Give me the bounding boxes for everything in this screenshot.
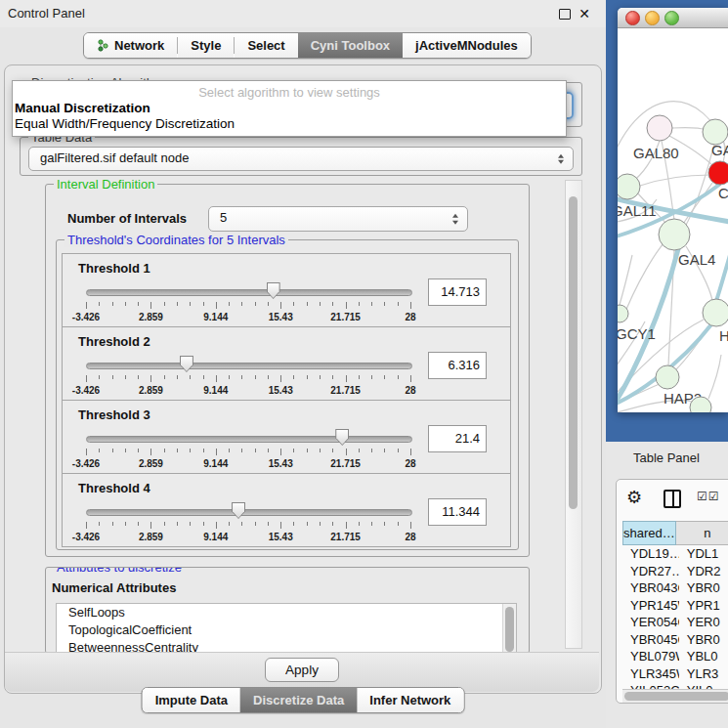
tab-style[interactable]: Style [178, 33, 234, 58]
table-data-combobox[interactable]: galFiltered.sif default node [28, 147, 574, 171]
control-panel-titlebar: Control Panel ✕ [0, 0, 606, 27]
table-row[interactable]: YBR043CYBR0 [622, 579, 728, 597]
network-node[interactable] [659, 219, 690, 250]
table-cell: YDR27… [622, 563, 679, 580]
table-row[interactable]: YLR345WYLR3 [622, 665, 728, 683]
tab-label: Network [114, 38, 164, 53]
table-row[interactable]: YBL079WYBL0 [622, 648, 728, 665]
slider-thumb[interactable] [180, 356, 193, 372]
tab-label: Select [247, 38, 284, 53]
table-row[interactable]: YBR045CYBR0 [622, 631, 728, 649]
network-graph: GAL80GACGAL11GAL4GCY1HHAP2 [618, 28, 728, 412]
minimize-traffic-light-icon[interactable] [645, 11, 660, 25]
bottom-tab-impute-data[interactable]: Impute Data [143, 688, 240, 712]
table-row[interactable]: YDL19…YDL1 [622, 545, 728, 563]
slider-track[interactable] [86, 289, 412, 296]
threshold-label: Threshold 2 [78, 334, 150, 349]
network-edge [640, 175, 710, 186]
threshold-value-field[interactable]: 11.344 [428, 498, 487, 526]
threshold-value-field[interactable]: 21.4 [428, 425, 487, 452]
gear-icon[interactable]: ⚙ [626, 487, 642, 508]
threshold-value-field[interactable]: 14.713 [428, 278, 487, 306]
table-cell: YPR145W [622, 597, 679, 615]
table-panel: Table Panel ⚙ ☑☑ shared… n YDL19…YDL1YDR… [606, 442, 728, 728]
attribute-list-item[interactable]: SelfLoops [57, 604, 516, 621]
settings-scrollbar-thumb[interactable] [569, 196, 578, 509]
tab-network[interactable]: Network [84, 33, 177, 58]
network-node-label: GAL11 [618, 202, 657, 219]
table-body: YDL19…YDL1YDR27…YDR2YBR043CYBR0YPR145WYP… [622, 545, 728, 691]
slider-track[interactable] [86, 509, 412, 516]
slider-thumb[interactable] [232, 502, 245, 519]
attribute-list-item[interactable]: TopologicalCoefficient [57, 621, 516, 639]
network-window-titlebar [618, 8, 728, 28]
threshold-label: Threshold 4 [78, 481, 150, 495]
threshold-slider[interactable]: -3.4262.8599.14415.4321.71528 [86, 428, 410, 471]
tab-label: Infer Network [369, 693, 450, 707]
algorithm-dropdown-popup: Select algorithm to view settings Manual… [12, 80, 567, 137]
attribute-items: SelfLoopsTopologicalCoefficientBetweenne… [57, 604, 516, 654]
threshold-value-field[interactable]: 6.316 [428, 352, 487, 379]
interval-definition-group-title: Interval Definition [54, 177, 157, 192]
checkbox-icons[interactable]: ☑☑ [697, 490, 720, 503]
control-panel: Control Panel ✕ NetworkStyleSelectCyni T… [0, 0, 606, 728]
slider-track[interactable] [86, 363, 412, 369]
column-header-shared-name[interactable]: shared… [622, 521, 676, 545]
network-node-label: H [719, 327, 728, 344]
threshold-slider[interactable]: -3.4262.8599.14415.4321.71528 [86, 355, 410, 398]
close-traffic-light-icon[interactable] [625, 11, 640, 25]
table-horizontal-scrollbar[interactable] [622, 689, 728, 703]
network-node[interactable] [708, 161, 728, 185]
algorithm-option-manual[interactable]: Manual Discretization [13, 101, 566, 116]
slider-track[interactable] [86, 436, 412, 443]
network-node[interactable] [647, 115, 672, 141]
table-hscroll-thumb[interactable] [624, 692, 728, 701]
tab-select[interactable]: Select [235, 33, 297, 58]
threshold-slider[interactable]: -3.4262.8599.14415.4321.71528 [86, 281, 410, 324]
close-icon[interactable]: ✕ [578, 5, 590, 22]
tab-label: jActiveMNodules [415, 38, 518, 53]
apply-button[interactable]: Apply [265, 658, 339, 682]
attributes-scrollbar[interactable] [502, 604, 516, 654]
slider-thumb[interactable] [335, 429, 349, 446]
attributes-group-title: Attributes to discretize [54, 567, 185, 575]
table-row[interactable]: YDR27…YDR2 [622, 563, 728, 580]
slider-ticks [86, 375, 410, 383]
network-node[interactable] [618, 174, 640, 199]
table-panel-box: ⚙ ☑☑ shared… n YDL19…YDL1YDR27…YDR2YBR04… [616, 479, 728, 704]
number-of-intervals-combobox[interactable]: 5 [208, 206, 468, 232]
column-header-name[interactable]: n [676, 521, 728, 545]
network-tab-icon [97, 39, 109, 52]
table-cell: YPR1 [679, 597, 728, 615]
table-cell: YBR045C [622, 631, 679, 649]
table-row[interactable]: YPR145WYPR1 [622, 597, 728, 615]
zoom-traffic-light-icon[interactable] [664, 11, 679, 25]
network-node-label: GA [711, 142, 728, 158]
tab-cyni-toolbox[interactable]: Cyni Toolbox [298, 33, 403, 58]
network-node[interactable] [656, 365, 679, 389]
slider-ticks [86, 522, 410, 530]
settings-scrollbar[interactable] [565, 180, 582, 649]
attributes-group: Attributes to discretize Numerical Attri… [45, 567, 530, 654]
columns-icon[interactable] [664, 490, 681, 508]
threshold-rows: Threshold 1-3.4262.8599.14415.4321.71528… [62, 254, 511, 547]
slider-thumb[interactable] [267, 282, 280, 299]
table-row[interactable]: YER054CYER0 [622, 614, 728, 631]
tab-jactivemnodules[interactable]: jActiveMNodules [403, 33, 531, 58]
network-node[interactable] [703, 299, 728, 326]
float-window-icon[interactable] [559, 9, 571, 20]
algorithm-option-equal-width[interactable]: Equal Width/Frequency Discretization [13, 116, 566, 132]
table-cell: YLR345W [622, 665, 679, 683]
node-table: shared… n YDL19…YDL1YDR27…YDR2YBR043CYBR… [622, 521, 728, 703]
slider-tick-labels: -3.4262.8599.14415.4321.71528 [86, 532, 410, 543]
bottom-tab-discretize-data[interactable]: Discretize Data [240, 688, 357, 712]
network-canvas[interactable]: GAL80GACGAL11GAL4GCY1HHAP2 [618, 28, 728, 412]
table-data-combobox-value: galFiltered.sif default node [40, 148, 189, 169]
network-node-label: GAL4 [678, 251, 715, 268]
table-header-row: shared… n [622, 521, 728, 545]
threshold-slider[interactable]: -3.4262.8599.14415.4321.71528 [86, 501, 410, 544]
table-cell: YER0 [679, 614, 728, 631]
desktop-background: GAL80GACGAL11GAL4GCY1HHAP2 [606, 0, 728, 442]
bottom-tab-infer-network[interactable]: Infer Network [357, 688, 463, 712]
number-of-intervals-value: 5 [220, 207, 227, 229]
